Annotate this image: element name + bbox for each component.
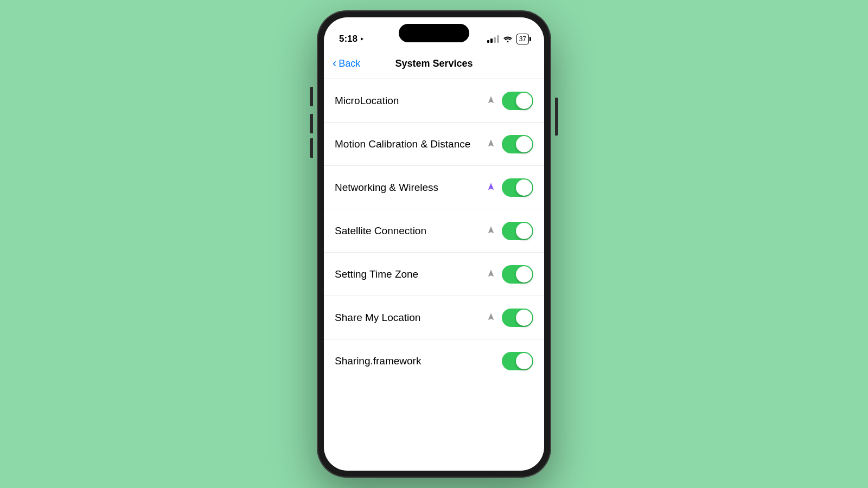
setting-label-networking-wireless: Networking & Wireless bbox=[335, 182, 487, 194]
location-arrow-share-my-location bbox=[487, 312, 495, 323]
back-label: Back bbox=[339, 58, 360, 69]
toggle-knob-share-my-location bbox=[516, 310, 532, 326]
wifi-icon bbox=[503, 35, 513, 44]
time-display: 5:18 bbox=[339, 34, 358, 44]
signal-bar-2 bbox=[490, 38, 493, 43]
status-right-icons: 37 bbox=[487, 34, 529, 44]
status-time: 5:18 ‣ bbox=[339, 34, 364, 44]
location-arrow-networking-wireless bbox=[487, 182, 495, 193]
setting-row-networking-wireless: Networking & Wireless bbox=[324, 166, 544, 209]
location-arrow-satellite-connection bbox=[487, 226, 495, 236]
toggle-share-my-location[interactable] bbox=[502, 309, 533, 327]
setting-label-sharing-framework: Sharing.framework bbox=[335, 355, 502, 367]
toggle-knob-microlocation bbox=[516, 93, 532, 109]
battery-level: 37 bbox=[519, 35, 526, 43]
toggle-knob-setting-time-zone bbox=[516, 266, 532, 282]
toggle-setting-time-zone[interactable] bbox=[502, 265, 533, 284]
dynamic-island bbox=[399, 24, 469, 42]
setting-right-motion-calibration bbox=[487, 135, 533, 153]
toggle-motion-calibration[interactable] bbox=[502, 135, 533, 153]
page-title: System Services bbox=[395, 58, 473, 69]
setting-row-motion-calibration: Motion Calibration & Distance bbox=[324, 123, 544, 166]
location-arrow-microlocation bbox=[487, 95, 495, 106]
location-arrow-motion-calibration bbox=[487, 139, 495, 150]
setting-label-motion-calibration: Motion Calibration & Distance bbox=[335, 138, 487, 150]
setting-row-satellite-connection: Satellite Connection bbox=[324, 209, 544, 253]
toggle-satellite-connection[interactable] bbox=[502, 222, 533, 240]
setting-label-microlocation: MicroLocation bbox=[335, 95, 487, 107]
phone-device: 5:18 ‣ 37 bbox=[317, 11, 551, 477]
toggle-knob-satellite-connection bbox=[516, 223, 532, 239]
toggle-networking-wireless[interactable] bbox=[502, 178, 533, 197]
status-bar: 5:18 ‣ 37 bbox=[324, 17, 544, 49]
toggle-knob-motion-calibration bbox=[516, 136, 532, 152]
setting-right-share-my-location bbox=[487, 309, 533, 327]
nav-bar: ‹ Back System Services bbox=[324, 49, 544, 79]
setting-label-satellite-connection: Satellite Connection bbox=[335, 225, 487, 237]
setting-right-setting-time-zone bbox=[487, 265, 533, 284]
battery-icon: 37 bbox=[516, 34, 529, 44]
toggle-knob-sharing-framework bbox=[516, 353, 532, 369]
setting-label-setting-time-zone: Setting Time Zone bbox=[335, 268, 487, 280]
signal-bar-3 bbox=[494, 37, 496, 43]
setting-row-microlocation: MicroLocation bbox=[324, 79, 544, 123]
phone-screen: 5:18 ‣ 37 bbox=[324, 17, 544, 471]
signal-icon bbox=[487, 35, 499, 43]
setting-right-microlocation bbox=[487, 92, 533, 110]
setting-label-share-my-location: Share My Location bbox=[335, 312, 487, 324]
setting-right-satellite-connection bbox=[487, 222, 533, 240]
location-arrow-setting-time-zone bbox=[487, 269, 495, 280]
setting-right-networking-wireless bbox=[487, 178, 533, 197]
location-arrow-status: ‣ bbox=[360, 35, 364, 43]
toggle-microlocation[interactable] bbox=[502, 92, 533, 110]
setting-row-setting-time-zone: Setting Time Zone bbox=[324, 253, 544, 296]
settings-list: MicroLocation Motion Calibration & Dista… bbox=[324, 79, 544, 471]
chevron-left-icon: ‹ bbox=[333, 57, 336, 69]
setting-row-share-my-location: Share My Location bbox=[324, 296, 544, 339]
signal-bar-1 bbox=[487, 40, 489, 43]
setting-row-sharing-framework: Sharing.framework bbox=[324, 339, 544, 383]
setting-right-sharing-framework bbox=[502, 352, 533, 370]
toggle-knob-networking-wireless bbox=[516, 179, 532, 196]
back-button[interactable]: ‹ Back bbox=[333, 58, 360, 69]
signal-bar-4 bbox=[497, 35, 499, 43]
toggle-sharing-framework[interactable] bbox=[502, 352, 533, 370]
